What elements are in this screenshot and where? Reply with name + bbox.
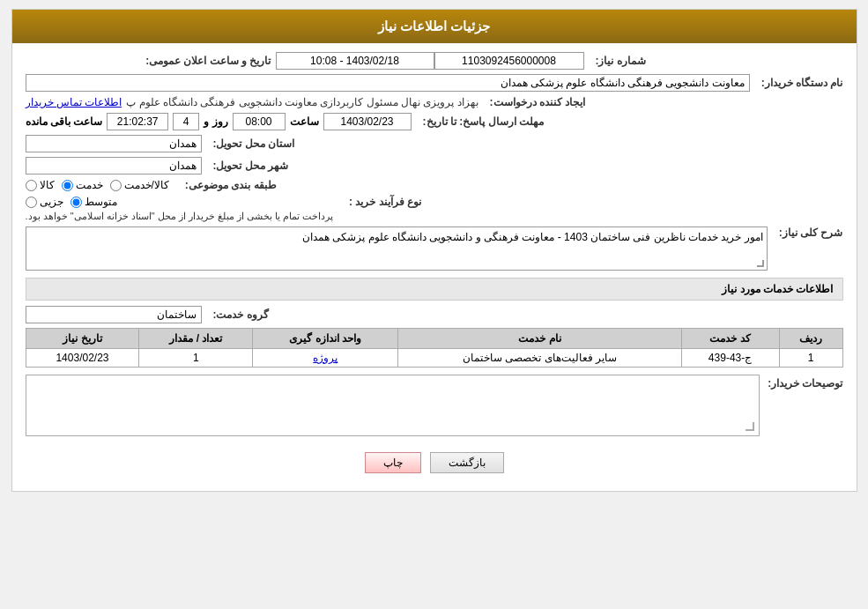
saat-label: ساعت [290, 115, 319, 128]
khadamat-table: ردیف کد خدمت نام خدمت واحد اندازه گیری ت… [26, 328, 843, 368]
tarikh-elaan-value: 1403/02/18 - 10:08 [276, 52, 434, 70]
buyer-desc-label: توصیحات خریدار: [764, 375, 843, 390]
radio-kala[interactable]: کالا [26, 179, 55, 191]
col-nam: نام خدمت [398, 329, 681, 349]
radio-kala-label: کالا [40, 179, 55, 191]
radio-motevasset-input[interactable] [70, 197, 82, 208]
farayand-radio-group: جزیی متوسط [26, 196, 117, 208]
buyer-desc-section: توصیحات خریدار: [26, 375, 843, 436]
shahr-label: شهر محل تحویل: [213, 160, 289, 172]
saat-mande-label: ساعت باقی مانده [26, 115, 103, 128]
back-button[interactable]: بازگشت [430, 452, 504, 473]
radio-khadamat-label: خدمت [76, 179, 103, 191]
nam-dastgah-label: نام دستگاه خریدار: [761, 77, 843, 89]
table-row: 1ج-43-439سایر فعالیت‌های تخصصی ساختمانپر… [26, 349, 842, 368]
radio-kala-input[interactable] [26, 180, 37, 191]
col-tarikh: تاریخ نیاز [26, 329, 139, 349]
col-radif: ردیف [779, 329, 842, 349]
ijad-konande-value: بهزاد پرویزی نهال مسئول کاربردازی معاونت… [126, 96, 478, 108]
farayand-label: نوع فرآیند خرید : [349, 196, 421, 208]
print-button[interactable]: چاپ [365, 452, 421, 473]
col-tedad: تعداد / مقدار [139, 329, 253, 349]
radio-kala-khadamat[interactable]: کالا/خدمت [110, 179, 169, 191]
radio-motevasset[interactable]: متوسط [70, 196, 117, 208]
sharh-value: امور خرید خدمات ناظرین فنی ساختمان 1403 … [302, 231, 763, 243]
radio-khadamat-input[interactable] [62, 180, 73, 191]
khadamat-section-title: اطلاعات خدمات مورد نیاز [26, 278, 843, 301]
khadamat-table-section: ردیف کد خدمت نام خدمت واحد اندازه گیری ت… [26, 328, 843, 368]
radio-motevasset-label: متوسط [85, 196, 117, 208]
roz-value: 4 [173, 113, 199, 130]
ijad-konande-label: ایجاد کننده درخواست: [490, 96, 586, 108]
saat-value: 08:00 [233, 113, 286, 130]
ostan-value: همدان [26, 135, 202, 152]
sharh-value-box: امور خرید خدمات ناظرین فنی ساختمان 1403 … [26, 227, 768, 271]
radio-kala-khadamat-input[interactable] [110, 180, 122, 191]
radio-jozi-input[interactable] [26, 197, 37, 208]
mohlat-label: مهلت ارسال پاسخ: تا تاریخ: [423, 115, 544, 128]
goroh-value: ساختمان [26, 306, 202, 323]
radio-kala-khadamat-label: کالا/خدمت [124, 179, 169, 191]
tabaqe-radio-group: کالا خدمت کالا/خدمت [26, 179, 169, 191]
radio-jozi[interactable]: جزیی [26, 196, 63, 208]
farayand-note: پرداخت تمام یا بخشی از مبلغ خریدار از مح… [26, 211, 334, 222]
footer-buttons: بازگشت چاپ [26, 443, 843, 482]
col-kod: کد خدمت [681, 329, 779, 349]
saat-mande-value: 21:02:37 [107, 113, 168, 130]
col-vahed: واحد اندازه گیری [253, 329, 398, 349]
radio-khadamat[interactable]: خدمت [62, 179, 103, 191]
buyer-desc-box [26, 375, 760, 436]
tabaqe-label: طبقه بندی موضوعی: [185, 179, 277, 191]
goroh-label: گروه خدمت: [213, 308, 269, 321]
page-title: جزئیات اطلاعات نیاز [12, 10, 857, 43]
ijad-konande-link[interactable]: اطلاعات تماس خریدار [26, 96, 122, 108]
nam-dastgah-value: معاونت دانشجویی فرهنگی دانشگاه علوم پزشک… [26, 74, 750, 92]
ostan-label: استان محل تحویل: [213, 137, 295, 150]
tarikh-elaan-label: تاریخ و ساعت اعلان عمومی: [145, 55, 271, 67]
roz-label: روز و [204, 115, 227, 128]
sharh-label: شرح کلی نیاز: [779, 227, 843, 239]
tarikh-value: 1403/02/23 [323, 113, 412, 130]
shahr-value: همدان [26, 157, 202, 175]
radio-jozi-label: جزیی [40, 196, 63, 208]
shomara-niaz-label: شماره نیاز: [596, 55, 646, 67]
shomara-niaz-value: 1103092456000008 [434, 52, 584, 70]
